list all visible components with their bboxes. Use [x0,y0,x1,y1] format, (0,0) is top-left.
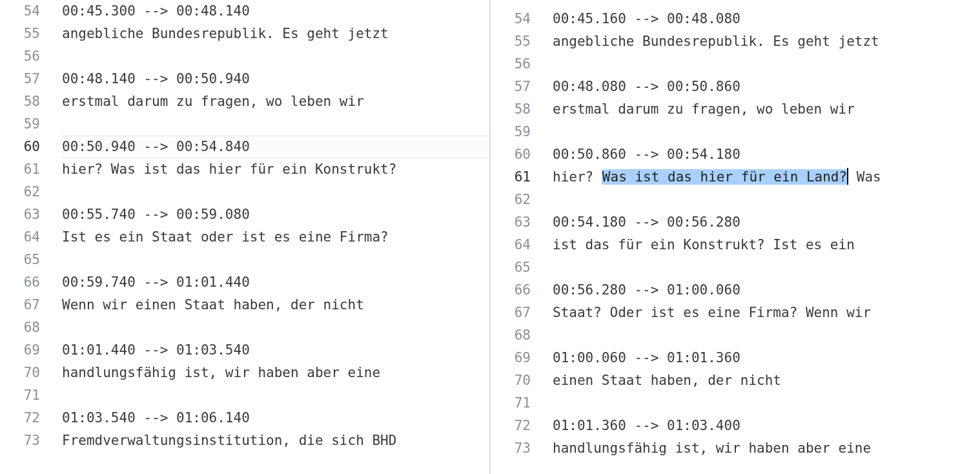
code-line[interactable]: Ist es ein Staat oder ist es eine Firma? [62,226,489,249]
code-line[interactable]: Wenn wir einen Staat haben, der nicht [62,294,489,316]
code-line[interactable]: ist das für ein Konstrukt? Ist es ein [553,234,980,256]
text-selection[interactable]: Was ist das hier für ein Land? [602,169,848,185]
line-number: 70 [491,369,536,392]
code-line[interactable]: 00:55.740 --> 00:59.080 [62,203,489,226]
code-line[interactable]: hier? Was ist das hier für ein Land? Was [553,166,980,189]
line-number: 57 [491,76,536,98]
code-line[interactable]: erstmal darum zu fragen, wo leben wir [553,98,980,121]
code-line[interactable]: 01:01.360 --> 01:03.400 [553,415,980,437]
line-number: 58 [491,98,536,121]
code-line[interactable]: handlungsfähig ist, wir haben aber eine [553,437,980,460]
line-number: 66 [0,271,45,294]
code-line[interactable] [553,392,980,415]
line-number: 54 [491,8,536,30]
line-number: 59 [491,121,536,143]
code-line[interactable]: 00:45.300 --> 00:48.140 [62,0,489,23]
line-number: 69 [491,347,536,369]
code-line[interactable] [553,324,980,347]
line-number: 73 [0,429,45,452]
line-number: 65 [491,256,536,279]
code-line[interactable]: Fremdverwaltungsinstitution, die sich BH… [62,429,489,452]
code-line[interactable]: erstmal darum zu fragen, wo leben wir [62,90,489,113]
line-number: 59 [0,113,45,136]
line-number: 61 [0,158,45,181]
line-number: 55 [491,30,536,53]
line-number: 66 [491,279,536,302]
code-line[interactable] [62,113,489,136]
line-number: 64 [491,234,536,256]
line-number: 56 [0,45,45,68]
line-number: 72 [491,415,536,437]
line-number: 68 [0,316,45,339]
code-line[interactable] [62,45,489,68]
line-number: 69 [0,339,45,362]
code-line[interactable] [62,316,489,339]
line-number: 54 [0,0,45,23]
line-number: 67 [491,302,536,324]
code-line[interactable]: 00:48.080 --> 00:50.860 [553,76,980,98]
line-number: 71 [491,392,536,415]
line-number: 71 [0,384,45,407]
code-line[interactable]: hier? Was ist das hier für ein Konstrukt… [62,158,489,181]
diff-pane-left[interactable]: 5455565758596061626364656667686970717273… [0,0,491,474]
code-line[interactable]: 00:48.140 --> 00:50.940 [62,68,489,90]
code-line[interactable]: Staat? Oder ist es eine Firma? Wenn wir [553,302,980,324]
line-number: 67 [0,294,45,316]
line-number: 58 [0,90,45,113]
code-line[interactable]: angebliche Bundesrepublik. Es geht jetzt [553,30,980,53]
code-line[interactable] [62,384,489,407]
line-number: 63 [491,211,536,234]
code-line[interactable]: 00:54.180 --> 00:56.280 [553,211,980,234]
line-number: 57 [0,68,45,90]
diff-pane-right[interactable]: 5354555657585960616263646566676869707172… [491,0,980,474]
line-number: 68 [491,324,536,347]
line-number: 62 [491,189,536,211]
line-number: 63 [0,203,45,226]
code-line[interactable]: 01:01.440 --> 01:03.540 [62,339,489,362]
line-number: 55 [0,23,45,45]
code-line[interactable]: einen Staat haben, der nicht [553,369,980,392]
code-area-left[interactable]: 00:45.300 --> 00:48.140angebliche Bundes… [62,0,489,452]
code-line[interactable]: handlungsfähig ist, wir haben aber eine [62,362,489,384]
line-number: 65 [0,249,45,271]
code-line[interactable]: 01:03.540 --> 01:06.140 [62,407,489,429]
line-number: 60 [491,143,536,166]
line-number: 60 [0,136,45,158]
code-line[interactable]: 00:56.280 --> 01:00.060 [553,279,980,302]
line-number: 70 [0,362,45,384]
line-number: 73 [491,437,536,460]
code-line[interactable]: 00:45.160 --> 00:48.080 [553,8,980,30]
code-line[interactable] [553,256,980,279]
code-line[interactable] [553,189,980,211]
code-line[interactable]: 00:50.940 --> 00:54.840 [62,136,489,158]
line-number-gutter-left: 5455565758596061626364656667686970717273 [0,0,45,452]
line-number: 62 [0,181,45,203]
code-line[interactable]: 01:00.060 --> 01:01.360 [553,347,980,369]
code-line[interactable] [62,181,489,203]
line-number-gutter-right: 5354555657585960616263646566676869707172… [491,0,536,460]
code-line[interactable] [553,53,980,76]
line-number: 64 [0,226,45,249]
code-line[interactable] [62,249,489,271]
code-line[interactable] [553,121,980,143]
code-area-right[interactable]: 00:45.160 --> 00:48.080angebliche Bundes… [553,0,980,460]
line-number: 72 [0,407,45,429]
code-line[interactable]: 00:50.860 --> 00:54.180 [553,143,980,166]
line-number: 56 [491,53,536,76]
code-line[interactable]: 00:59.740 --> 01:01.440 [62,271,489,294]
code-line[interactable]: angebliche Bundesrepublik. Es geht jetzt [62,23,489,45]
line-number: 61 [491,166,536,189]
